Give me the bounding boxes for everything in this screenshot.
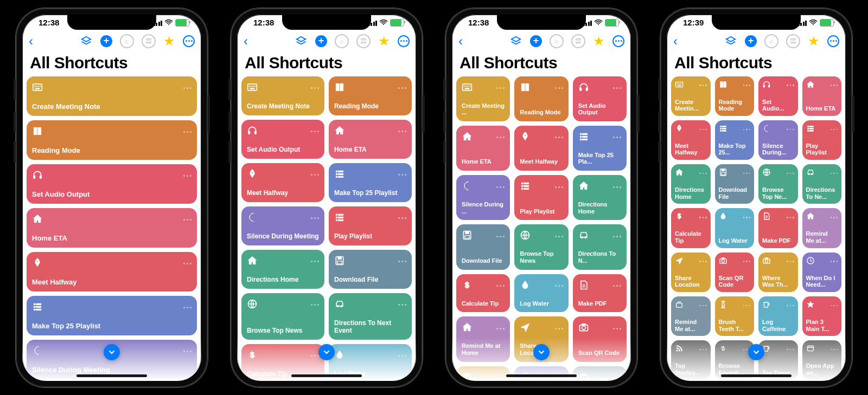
more-button[interactable] [183, 35, 195, 47]
tile-more-icon[interactable] [398, 355, 406, 357]
tile-more-icon[interactable] [831, 305, 838, 307]
star-button[interactable]: ★ [808, 34, 820, 49]
shortcut-tile[interactable]: Create Meeting Note [241, 76, 324, 115]
shortcut-tile[interactable]: Log Water [715, 208, 755, 248]
shortcut-tile[interactable]: Make PDF [573, 274, 627, 313]
tile-more-icon[interactable] [311, 304, 319, 306]
tile-more-icon[interactable] [743, 85, 751, 86]
tile-more-icon[interactable] [496, 236, 505, 237]
tile-more-icon[interactable] [743, 129, 751, 131]
back-button[interactable]: ‹ [29, 34, 79, 49]
tile-more-icon[interactable] [613, 186, 621, 188]
shortcut-tile[interactable]: Home ETA [27, 208, 197, 248]
shortcut-tile[interactable]: Open App on... [802, 340, 842, 380]
shortcut-tile[interactable]: Reading Mode [514, 76, 568, 121]
tile-more-icon[interactable] [831, 261, 838, 262]
shortcut-tile[interactable]: Download File [456, 224, 510, 269]
tile-more-icon[interactable] [183, 219, 192, 221]
tile-more-icon[interactable] [787, 305, 794, 307]
shortcut-tile[interactable]: Directions To N... [573, 224, 627, 269]
shortcut-tile[interactable]: Reading Mode [27, 120, 197, 160]
shortcut-tile[interactable]: When Do I Need ... [514, 366, 568, 381]
tile-more-icon[interactable] [831, 217, 838, 218]
shortcut-tile[interactable]: Calculate Tip [456, 274, 510, 313]
tile-more-icon[interactable] [787, 173, 794, 174]
layers-button[interactable] [724, 35, 737, 48]
shortcut-tile[interactable]: Remind Me at... [671, 296, 711, 336]
tile-more-icon[interactable] [311, 87, 319, 89]
tile-more-icon[interactable] [613, 236, 621, 237]
tile-more-icon[interactable] [555, 186, 563, 188]
shortcut-tile[interactable]: Remind Me at Work [573, 366, 627, 381]
add-button[interactable]: + [100, 35, 112, 47]
tile-more-icon[interactable] [613, 328, 621, 329]
more-button[interactable] [398, 35, 410, 47]
shortcut-tile[interactable]: Directions To Next Event [329, 293, 412, 340]
more-button[interactable] [612, 35, 624, 47]
menu-button[interactable] [571, 34, 585, 48]
tile-more-icon[interactable] [311, 217, 319, 219]
home-indicator[interactable] [76, 374, 147, 377]
search-button[interactable]: ⌕ [764, 34, 778, 48]
layers-button[interactable] [80, 35, 93, 48]
tile-more-icon[interactable] [496, 137, 505, 138]
tile-more-icon[interactable] [496, 285, 505, 287]
shortcut-tile[interactable]: Directions Home [241, 250, 324, 289]
tile-more-icon[interactable] [555, 285, 563, 287]
shortcut-tile[interactable]: Brush Teeth T... [715, 296, 755, 336]
shortcut-tile[interactable]: When Do I Need... [802, 252, 842, 292]
tile-more-icon[interactable] [831, 173, 838, 174]
search-button[interactable]: ⌕ [120, 34, 134, 48]
star-button[interactable]: ★ [593, 34, 605, 49]
tile-more-icon[interactable] [743, 305, 751, 307]
layers-button[interactable] [295, 35, 308, 48]
home-indicator[interactable] [721, 374, 792, 377]
pulldown-button[interactable] [104, 344, 120, 360]
tile-more-icon[interactable] [613, 137, 621, 138]
shortcut-tile[interactable]: Plan 3 Main T... [802, 296, 842, 336]
tile-more-icon[interactable] [555, 377, 563, 379]
shortcut-tile[interactable]: Directions Home [671, 164, 711, 204]
shortcut-tile[interactable]: Calculate Tip [671, 208, 711, 248]
shortcut-tile[interactable]: Play Playlist [329, 206, 412, 245]
shortcut-tile[interactable]: Make Top 25... [715, 120, 755, 160]
home-indicator[interactable] [506, 374, 577, 377]
tile-more-icon[interactable] [831, 129, 838, 131]
tile-more-icon[interactable] [398, 217, 406, 219]
more-button[interactable] [827, 35, 839, 47]
shortcut-tile[interactable]: Top Stories... [671, 340, 711, 380]
shortcut-tile[interactable]: Make Top 25 Playlist [329, 163, 412, 202]
star-button[interactable]: ★ [163, 34, 175, 49]
tile-more-icon[interactable] [743, 217, 751, 218]
add-button[interactable]: + [745, 35, 757, 47]
shortcut-tile[interactable]: Silence During... [758, 120, 798, 160]
search-button[interactable]: ⌕ [335, 34, 349, 48]
add-button[interactable]: + [530, 35, 542, 47]
shortcut-tile[interactable]: Set Audio Output [573, 76, 627, 121]
shortcut-tile[interactable]: Remind Me at Home [456, 316, 510, 361]
tile-more-icon[interactable] [311, 261, 319, 262]
shortcut-tile[interactable]: Reading Mode [329, 76, 412, 115]
tile-more-icon[interactable] [699, 217, 707, 218]
menu-button[interactable] [142, 34, 156, 48]
tile-more-icon[interactable] [555, 328, 563, 329]
shortcut-tile[interactable]: Create Meeting Note [27, 76, 197, 116]
tile-more-icon[interactable] [787, 217, 794, 218]
shortcut-tile[interactable]: Home ETA [802, 76, 842, 116]
shortcut-tile[interactable]: Silence During ... [456, 175, 510, 220]
search-button[interactable]: ⌕ [550, 34, 564, 48]
shortcut-tile[interactable]: Play Playlist [514, 175, 568, 220]
shortcut-tile[interactable]: Browse Top News [241, 293, 324, 340]
tile-more-icon[interactable] [496, 186, 505, 188]
tile-more-icon[interactable] [787, 85, 794, 86]
tile-more-icon[interactable] [183, 351, 192, 352]
shortcut-tile[interactable]: Scan QR Code [715, 252, 755, 292]
tile-more-icon[interactable] [496, 377, 505, 379]
back-button[interactable]: ‹ [458, 34, 508, 49]
tile-more-icon[interactable] [555, 87, 563, 89]
tile-more-icon[interactable] [555, 236, 563, 237]
tile-more-icon[interactable] [743, 261, 751, 262]
tile-more-icon[interactable] [699, 85, 707, 86]
tile-more-icon[interactable] [183, 175, 192, 177]
tile-more-icon[interactable] [699, 261, 707, 262]
